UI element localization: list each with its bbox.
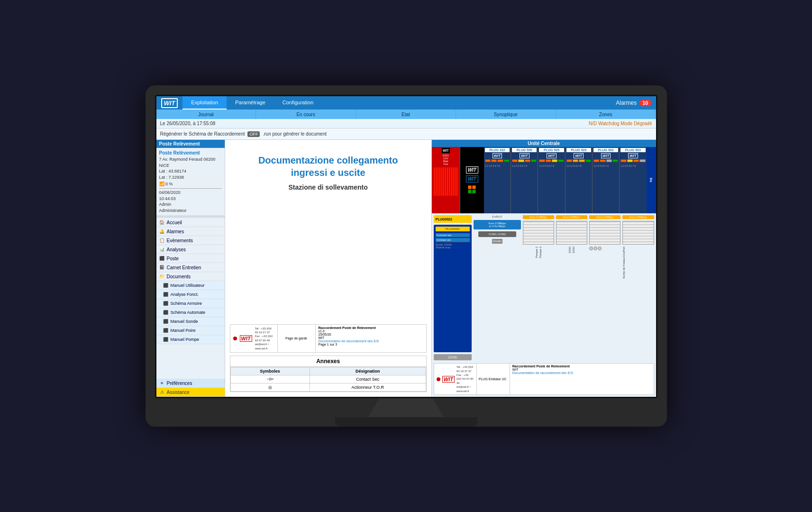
- nav-journal[interactable]: Journal: [156, 110, 256, 119]
- sidebar-item-carnet[interactable]: 📓 Carnet Entretien: [156, 263, 225, 272]
- toolbar-label: Régénérer le Schéma de Raccordement: [160, 131, 245, 137]
- diagram-top: WIT 320V12VBattOut WIT WIT: [432, 147, 656, 213]
- plug-520: PLUG 520 WIT 1.2 3.4 5.6 7.8: [566, 147, 593, 213]
- doc-icon-7: ⬛: [163, 337, 169, 342]
- sidebar-item-evenements[interactable]: 📋 Evènements: [156, 236, 225, 245]
- status-warning: N/D Watchdog Mode Dégradé: [589, 121, 652, 126]
- documents-icon: 📁: [159, 274, 165, 279]
- sidebar-item-alarmes[interactable]: 🔔 Alarmes: [156, 227, 225, 236]
- nav-etat[interactable]: Etat: [356, 110, 456, 119]
- doc-subtitle: Stazione di sollevamento: [230, 183, 427, 191]
- diag-footer-middle: PLUG Embase UC: [477, 364, 510, 394]
- symbol-cell-2: ◎: [230, 384, 310, 392]
- sidebar-item-schema-automate[interactable]: ⬛ Schéma Automate: [156, 308, 225, 317]
- nav-tab-configuration[interactable]: Configuration: [274, 96, 322, 110]
- annexes-col-symboles: Symboles: [230, 367, 310, 375]
- ext-module-1: from 0.5Mbps Pompe 1 Pompe 2: [523, 215, 554, 360]
- doc-footer-contact: Tel : +33 (0)4 93 19 37 37 Fax : +33 (0)…: [255, 327, 274, 350]
- wit-logo-area: WIT: [156, 96, 183, 110]
- sidebar: Poste Relèvement Poste Relèvement 7 Av. …: [156, 140, 225, 397]
- sidebar-item-manuel-util[interactable]: ⬛ Manuel Utilisateur: [156, 281, 225, 290]
- ext-module-4: from 0.5Mbps CriuPort Sortie de Freeau: [622, 215, 654, 360]
- nav-encours[interactable]: En cours: [256, 110, 356, 119]
- datetime-label: Le 26/05/2020, à 17:55:08: [160, 121, 216, 126]
- extbus-label: ExtBUS: [492, 215, 502, 218]
- status-bar: Le 26/05/2020, à 17:55:08 N/D Watchdog M…: [156, 119, 656, 128]
- annexes-title: Annexes: [230, 356, 426, 367]
- plug-505b: PLUG 505 WIT 1.2 3.4 5.6 7.8: [538, 147, 565, 213]
- diag-contact: Tel : +33 (0)4 93 19 37 37 Fax : +33 (0)…: [456, 365, 474, 393]
- sidebar-item-schema-armoire[interactable]: ⬛ Schéma Armoire: [156, 299, 225, 308]
- table-row: ⊣⊢ Contact Sec: [230, 375, 426, 384]
- sidebar-item-manuel-sonde[interactable]: ⬛ Manuel Sonde: [156, 317, 225, 326]
- second-nav: Journal En cours Etat Synoptique Zones: [156, 110, 656, 119]
- plug-central-unit: WIT 320V12VBattOut: [432, 147, 460, 213]
- diagram-panel: Unité Centrale WIT 320V12VBattOut: [432, 140, 656, 397]
- plug-505a: PLUG 505 WIT 1.2 3.4 5.6 7.8: [511, 147, 538, 213]
- station-info: Poste Relèvement 7 Av. Raymond Feraud 06…: [156, 148, 225, 216]
- symbol-cell-1: ⊣⊢: [230, 375, 310, 384]
- nav-tab-exploitation[interactable]: Exploitation: [182, 96, 227, 110]
- diag-doc-link: Documentation de raccordement des E/S: [512, 371, 651, 375]
- main-layout: Poste Relèvement Poste Relèvement 7 Av. …: [156, 140, 656, 397]
- diagram-right-col: from 0.5Mbps Pompe 1 Pompe 2 fr: [523, 215, 654, 360]
- top-nav: WIT Exploitation Paramétrage Configurati…: [156, 96, 656, 110]
- poste-icon: ⬛: [159, 256, 165, 261]
- diagram-center: ExtBUS from 0.5Mbps to 2.5v Mbps COM1 CO…: [474, 215, 521, 360]
- diag-footer-right: Raccordement Poste de Relevement WIT Doc…: [510, 364, 654, 394]
- monitor-base: [335, 417, 477, 427]
- wit-logo: WIT: [161, 98, 178, 108]
- ext-module-2: from 0.5Mbps DOO DOO: [556, 215, 587, 360]
- alarm-badge: 10: [639, 100, 651, 106]
- sidebar-item-manuel-poire[interactable]: ⬛ Manuel Poire: [156, 326, 225, 335]
- sidebar-item-accueil[interactable]: 🏠 Accueil: [156, 218, 225, 227]
- sidebar-item-analyses[interactable]: 📊 Analyses: [156, 245, 225, 254]
- blue-module-left: PLUG0022 Connect ain Contact ain Sortie …: [434, 225, 472, 352]
- sidebar-item-analyse-fonct[interactable]: ⬛ Analyse Fonct.: [156, 290, 225, 299]
- diagram-middle: PLUG0022 PLUG0022 Connect ain Contact ai…: [432, 213, 656, 362]
- nav-tabs: Exploitation Paramétrage Configuration: [182, 96, 322, 110]
- central-module: WIT WIT: [460, 147, 484, 213]
- diagram-footer: WIT Tel : +33 (0)4 93 19 37 37 Fax : +33…: [434, 363, 654, 395]
- monitor-outer: WIT Exploitation Paramétrage Configurati…: [146, 85, 667, 427]
- 12vdc-module: 12Vdc: [434, 354, 472, 360]
- doc-footer-left: WIT Tel : +33 (0)4 93 19 37 37 Fax : +33…: [230, 325, 278, 352]
- sidebar-item-documents[interactable]: 📁 Documents: [156, 272, 225, 281]
- doc-icon-6: ⬛: [163, 328, 169, 333]
- assist-icon: ⚠: [159, 389, 165, 395]
- toggle-off[interactable]: OFF: [247, 131, 260, 137]
- annexes-table: Symboles Désignation ⊣⊢ Contact Sec: [230, 367, 426, 392]
- carnet-icon: 📓: [159, 265, 165, 270]
- doc-icon-2: ⬛: [163, 292, 169, 297]
- monitor-stand: [368, 398, 444, 417]
- prefs-icon: ≡: [159, 380, 165, 386]
- doc-footer-middle: Page de garde: [278, 325, 316, 352]
- station-label: Poste Relèvement: [159, 150, 222, 156]
- content-area: Documentazione collegamento ingressi e u…: [225, 140, 656, 397]
- label-cell-2: Actionneur T.O.R: [310, 384, 426, 392]
- doc-icon-5: ⬛: [163, 319, 169, 324]
- home-icon: 🏠: [159, 219, 165, 225]
- doc-footer: WIT Tel : +33 (0)4 93 19 37 37 Fax : +33…: [230, 324, 427, 353]
- nav-tab-parametrage[interactable]: Paramétrage: [227, 96, 274, 110]
- analyses-icon: 📊: [159, 247, 165, 252]
- nav-synoptique[interactable]: Synoptique: [456, 110, 556, 119]
- sidebar-item-preferences[interactable]: ≡ Préférences: [156, 379, 225, 388]
- module-gray: COM1 COM2: [478, 231, 516, 237]
- sidebar-item-manuel-pompe[interactable]: ⬛ Manuel Pompe: [156, 335, 225, 344]
- sidebar-item-poste[interactable]: ⬛ Poste: [156, 254, 225, 263]
- doc-panel: Documentazione collegamento ingressi e u…: [225, 140, 432, 397]
- yellow-bar-1: PLUG0022: [434, 215, 472, 223]
- doc-icon-4: ⬛: [163, 310, 169, 315]
- wit-footer-logo: WIT: [240, 335, 252, 342]
- io-indicator: I/o: [647, 147, 656, 213]
- nav-zones[interactable]: Zones: [556, 110, 656, 119]
- events-icon: 📋: [159, 238, 165, 243]
- diagram-header: Unité Centrale: [432, 140, 656, 147]
- alarm-icon: 🔔: [159, 229, 165, 234]
- annexes-section: Annexes Symboles Désignation ⊣⊢: [230, 356, 427, 392]
- annexes-col-designation: Désignation: [310, 367, 426, 375]
- plug-322: PLUG 322 WIT 1.2 3.4 5.6 7.8: [484, 147, 511, 213]
- diag-wit-logo: WIT: [442, 376, 455, 383]
- sidebar-item-assistance[interactable]: ⚠ Assistance: [156, 388, 225, 397]
